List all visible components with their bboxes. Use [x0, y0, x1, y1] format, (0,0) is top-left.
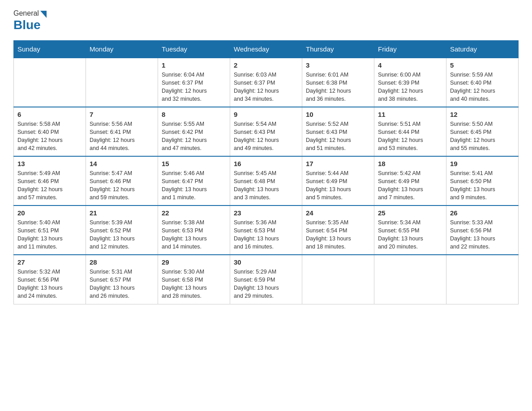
day-info: Sunrise: 6:03 AM Sunset: 6:37 PM Dayligh…	[234, 71, 298, 103]
calendar-body: 1Sunrise: 6:04 AM Sunset: 6:37 PM Daylig…	[14, 58, 519, 304]
page-header: General Blue	[13, 9, 519, 32]
logo-blue-text: Blue	[13, 18, 41, 32]
day-info: Sunrise: 5:39 AM Sunset: 6:52 PM Dayligh…	[90, 218, 154, 251]
calendar-day-cell: 22Sunrise: 5:38 AM Sunset: 6:53 PM Dayli…	[158, 206, 230, 255]
calendar-week-row: 27Sunrise: 5:32 AM Sunset: 6:56 PM Dayli…	[14, 255, 519, 304]
calendar-day-cell: 11Sunrise: 5:51 AM Sunset: 6:44 PM Dayli…	[374, 107, 446, 156]
day-number: 4	[378, 61, 442, 69]
day-info: Sunrise: 5:51 AM Sunset: 6:44 PM Dayligh…	[378, 120, 442, 153]
day-number: 21	[90, 209, 154, 217]
calendar-day-cell: 29Sunrise: 5:30 AM Sunset: 6:58 PM Dayli…	[158, 255, 230, 304]
calendar-day-cell: 6Sunrise: 5:58 AM Sunset: 6:40 PM Daylig…	[14, 107, 86, 156]
day-info: Sunrise: 5:46 AM Sunset: 6:47 PM Dayligh…	[162, 169, 226, 202]
day-info: Sunrise: 5:35 AM Sunset: 6:54 PM Dayligh…	[306, 218, 370, 251]
day-number: 27	[17, 258, 82, 266]
day-info: Sunrise: 5:49 AM Sunset: 6:46 PM Dayligh…	[17, 169, 82, 202]
day-info: Sunrise: 5:50 AM Sunset: 6:45 PM Dayligh…	[450, 120, 515, 153]
logo: General Blue	[13, 9, 47, 32]
day-info: Sunrise: 5:40 AM Sunset: 6:51 PM Dayligh…	[17, 218, 82, 251]
day-number: 1	[162, 61, 226, 69]
calendar-day-cell: 26Sunrise: 5:33 AM Sunset: 6:56 PM Dayli…	[446, 206, 519, 255]
day-number: 14	[90, 160, 154, 167]
calendar-day-cell	[302, 255, 374, 304]
calendar-day-cell: 23Sunrise: 5:36 AM Sunset: 6:53 PM Dayli…	[230, 206, 302, 255]
day-info: Sunrise: 5:29 AM Sunset: 6:59 PM Dayligh…	[234, 268, 298, 300]
calendar-day-cell	[446, 255, 519, 304]
day-number: 11	[378, 111, 442, 118]
day-info: Sunrise: 5:41 AM Sunset: 6:50 PM Dayligh…	[450, 169, 515, 202]
day-info: Sunrise: 5:31 AM Sunset: 6:57 PM Dayligh…	[90, 268, 154, 300]
day-of-week-header: Sunday	[14, 41, 86, 58]
day-number: 22	[162, 209, 226, 217]
calendar-day-cell	[374, 255, 446, 304]
logo-general-text: General	[13, 9, 39, 17]
calendar-day-cell: 19Sunrise: 5:41 AM Sunset: 6:50 PM Dayli…	[446, 156, 519, 206]
day-info: Sunrise: 5:38 AM Sunset: 6:53 PM Dayligh…	[162, 218, 226, 251]
day-number: 30	[234, 258, 298, 266]
day-number: 23	[234, 209, 298, 217]
calendar-day-cell: 30Sunrise: 5:29 AM Sunset: 6:59 PM Dayli…	[230, 255, 302, 304]
day-info: Sunrise: 5:33 AM Sunset: 6:56 PM Dayligh…	[450, 218, 515, 251]
calendar-week-row: 13Sunrise: 5:49 AM Sunset: 6:46 PM Dayli…	[14, 156, 519, 206]
day-number: 10	[306, 111, 370, 118]
days-of-week-row: SundayMondayTuesdayWednesdayThursdayFrid…	[14, 41, 519, 58]
calendar-day-cell: 9Sunrise: 5:54 AM Sunset: 6:43 PM Daylig…	[230, 107, 302, 156]
calendar-day-cell: 25Sunrise: 5:34 AM Sunset: 6:55 PM Dayli…	[374, 206, 446, 255]
day-of-week-header: Thursday	[302, 41, 374, 58]
day-number: 18	[378, 160, 442, 167]
calendar-day-cell: 7Sunrise: 5:56 AM Sunset: 6:41 PM Daylig…	[86, 107, 158, 156]
day-of-week-header: Tuesday	[158, 41, 230, 58]
day-number: 2	[234, 61, 298, 69]
day-number: 6	[17, 111, 82, 118]
calendar-day-cell: 1Sunrise: 6:04 AM Sunset: 6:37 PM Daylig…	[158, 58, 230, 107]
calendar-day-cell: 20Sunrise: 5:40 AM Sunset: 6:51 PM Dayli…	[14, 206, 86, 255]
calendar-day-cell: 10Sunrise: 5:52 AM Sunset: 6:43 PM Dayli…	[302, 107, 374, 156]
day-info: Sunrise: 5:42 AM Sunset: 6:49 PM Dayligh…	[378, 169, 442, 202]
calendar-day-cell: 14Sunrise: 5:47 AM Sunset: 6:46 PM Dayli…	[86, 156, 158, 206]
day-info: Sunrise: 6:01 AM Sunset: 6:38 PM Dayligh…	[306, 71, 370, 103]
day-number: 15	[162, 160, 226, 167]
calendar-day-cell: 2Sunrise: 6:03 AM Sunset: 6:37 PM Daylig…	[230, 58, 302, 107]
calendar-day-cell: 3Sunrise: 6:01 AM Sunset: 6:38 PM Daylig…	[302, 58, 374, 107]
day-number: 20	[17, 209, 82, 217]
day-info: Sunrise: 5:59 AM Sunset: 6:40 PM Dayligh…	[450, 71, 515, 103]
calendar-day-cell: 21Sunrise: 5:39 AM Sunset: 6:52 PM Dayli…	[86, 206, 158, 255]
day-number: 13	[17, 160, 82, 167]
calendar-day-cell: 28Sunrise: 5:31 AM Sunset: 6:57 PM Dayli…	[86, 255, 158, 304]
day-info: Sunrise: 5:55 AM Sunset: 6:42 PM Dayligh…	[162, 120, 226, 153]
day-of-week-header: Saturday	[446, 41, 519, 58]
calendar-day-cell: 17Sunrise: 5:44 AM Sunset: 6:49 PM Dayli…	[302, 156, 374, 206]
day-number: 19	[450, 160, 515, 167]
calendar-day-cell	[14, 58, 86, 107]
day-info: Sunrise: 5:47 AM Sunset: 6:46 PM Dayligh…	[90, 169, 154, 202]
day-number: 24	[306, 209, 370, 217]
day-info: Sunrise: 5:32 AM Sunset: 6:56 PM Dayligh…	[17, 268, 82, 300]
calendar-day-cell: 5Sunrise: 5:59 AM Sunset: 6:40 PM Daylig…	[446, 58, 519, 107]
day-number: 9	[234, 111, 298, 118]
calendar-week-row: 20Sunrise: 5:40 AM Sunset: 6:51 PM Dayli…	[14, 206, 519, 255]
day-info: Sunrise: 6:00 AM Sunset: 6:39 PM Dayligh…	[378, 71, 442, 103]
day-number: 7	[90, 111, 154, 118]
calendar-header: SundayMondayTuesdayWednesdayThursdayFrid…	[14, 41, 519, 58]
day-number: 17	[306, 160, 370, 167]
calendar-day-cell: 12Sunrise: 5:50 AM Sunset: 6:45 PM Dayli…	[446, 107, 519, 156]
calendar-day-cell: 18Sunrise: 5:42 AM Sunset: 6:49 PM Dayli…	[374, 156, 446, 206]
calendar-week-row: 6Sunrise: 5:58 AM Sunset: 6:40 PM Daylig…	[14, 107, 519, 156]
day-number: 25	[378, 209, 442, 217]
calendar-week-row: 1Sunrise: 6:04 AM Sunset: 6:37 PM Daylig…	[14, 58, 519, 107]
logo-arrow-icon	[40, 11, 47, 18]
day-of-week-header: Wednesday	[230, 41, 302, 58]
day-of-week-header: Monday	[86, 41, 158, 58]
day-number: 26	[450, 209, 515, 217]
day-info: Sunrise: 6:04 AM Sunset: 6:37 PM Dayligh…	[162, 71, 226, 103]
day-info: Sunrise: 5:52 AM Sunset: 6:43 PM Dayligh…	[306, 120, 370, 153]
calendar-day-cell: 15Sunrise: 5:46 AM Sunset: 6:47 PM Dayli…	[158, 156, 230, 206]
day-info: Sunrise: 5:54 AM Sunset: 6:43 PM Dayligh…	[234, 120, 298, 153]
day-info: Sunrise: 5:45 AM Sunset: 6:48 PM Dayligh…	[234, 169, 298, 202]
day-of-week-header: Friday	[374, 41, 446, 58]
calendar-day-cell: 13Sunrise: 5:49 AM Sunset: 6:46 PM Dayli…	[14, 156, 86, 206]
calendar-day-cell	[86, 58, 158, 107]
calendar-day-cell: 27Sunrise: 5:32 AM Sunset: 6:56 PM Dayli…	[14, 255, 86, 304]
day-number: 3	[306, 61, 370, 69]
calendar-table: SundayMondayTuesdayWednesdayThursdayFrid…	[13, 40, 519, 304]
